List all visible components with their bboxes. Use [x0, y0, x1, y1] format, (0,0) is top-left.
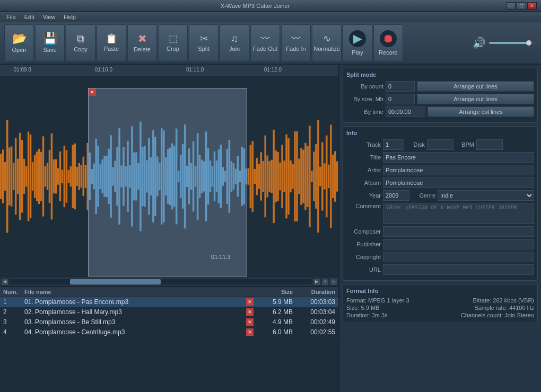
- record-button[interactable]: ⏺ Record: [373, 24, 403, 61]
- bpm-input[interactable]: [476, 139, 503, 150]
- crop-button[interactable]: ⬚ Crop: [158, 24, 188, 61]
- fade-out-button[interactable]: 〰 Fade Out: [250, 24, 280, 61]
- title-input[interactable]: [383, 152, 534, 163]
- menu-file[interactable]: File: [2, 13, 20, 21]
- split-by-time-input[interactable]: [386, 106, 425, 117]
- close-selection-button[interactable]: ✕: [89, 88, 96, 96]
- minimize-button[interactable]: —: [506, 2, 516, 10]
- join-button[interactable]: ♫ Join: [220, 24, 249, 61]
- file-row-2[interactable]: 2 02. Pomplamoose - Hail Mary.mp3 ✕ 6.2 …: [0, 307, 338, 317]
- duration-info: Duration: 3m 3s: [346, 312, 388, 318]
- normalize-button[interactable]: ∿ Normalize: [312, 24, 342, 61]
- file-row-3[interactable]: 3 03. Pomplamoose - Be Still.mp3 ✕ 4.9 M…: [0, 317, 338, 327]
- publisher-input[interactable]: [383, 239, 534, 250]
- arrange-cut-count-button[interactable]: Arrange cut lines: [417, 81, 534, 92]
- artist-row: Artist: [346, 165, 534, 175]
- album-label: Album: [346, 180, 381, 186]
- delete-file-4[interactable]: ✕: [246, 328, 254, 336]
- delete-button[interactable]: ✖ Delete: [127, 24, 157, 61]
- track-label: Track: [346, 141, 381, 148]
- file-name-4: 04. Pomplamoose - Centrifuge.mp3: [21, 328, 246, 336]
- info-title: Info: [346, 130, 534, 136]
- copyright-input[interactable]: [383, 252, 534, 262]
- svg-rect-120: [254, 169, 256, 184]
- scroll-right-button[interactable]: ▶: [313, 278, 320, 286]
- split-mode-section: Split mode By count Arrange cut lines By…: [343, 68, 538, 123]
- scrollbar-area: ◀ ▶ + −: [0, 277, 338, 286]
- menu-view[interactable]: View: [39, 13, 60, 21]
- svg-rect-39: [83, 157, 84, 197]
- svg-rect-2: [4, 162, 6, 191]
- svg-rect-1: [2, 149, 4, 203]
- fade-out-label: Fade Out: [253, 46, 277, 52]
- album-input[interactable]: [383, 177, 534, 188]
- disk-input[interactable]: [427, 139, 453, 150]
- delete-file-3[interactable]: ✕: [246, 318, 254, 326]
- arrange-cut-size-button[interactable]: Arrange cut lines: [417, 94, 534, 104]
- svg-rect-146: [309, 126, 310, 227]
- split-by-count-row: By count Arrange cut lines: [346, 81, 534, 92]
- year-input[interactable]: [383, 190, 409, 201]
- svg-rect-35: [74, 144, 76, 209]
- file-num-1: 1: [0, 298, 21, 306]
- copy-icon: ⧉: [77, 33, 84, 44]
- artist-input[interactable]: [383, 165, 534, 175]
- delete-file-2[interactable]: ✕: [246, 308, 254, 316]
- waveform-container[interactable]: 01:09.0 01:10.0 01:11.0 01:12.0 // Will …: [0, 65, 338, 277]
- paste-button[interactable]: 📋 Paste: [97, 24, 126, 61]
- file-del-3[interactable]: ✕: [246, 318, 259, 326]
- publisher-row: Publisher: [346, 239, 534, 250]
- toolbar: 📂 Open 💾 Save ⧉ Copy 📋 Paste ✖ Delete ⬚ …: [0, 22, 541, 65]
- split-by-count-input[interactable]: [386, 81, 415, 92]
- split-by-size-input[interactable]: [386, 94, 415, 104]
- copy-button[interactable]: ⧉ Copy: [66, 24, 95, 61]
- genre-select[interactable]: Indie Pop Rock Jazz: [438, 190, 534, 201]
- track-input[interactable]: [383, 139, 404, 150]
- file-row-1[interactable]: 1 01. Pomplamoose - Pas Encore.mp3 ✕ 5.9…: [0, 297, 338, 307]
- svg-rect-134: [283, 161, 285, 192]
- svg-rect-132: [279, 163, 281, 191]
- open-button[interactable]: 📂 Open: [4, 24, 34, 61]
- play-button[interactable]: ▶ Play: [343, 24, 372, 61]
- svg-rect-123: [260, 152, 261, 200]
- close-button[interactable]: ✕: [527, 2, 537, 10]
- file-del-2[interactable]: ✕: [246, 308, 259, 316]
- split-by-time-row: By time Arrange cut lines: [346, 106, 534, 117]
- svg-rect-33: [70, 166, 72, 186]
- menu-help[interactable]: Help: [59, 13, 80, 21]
- file-del-1[interactable]: ✕: [246, 298, 259, 306]
- svg-rect-15: [32, 162, 33, 191]
- svg-rect-12: [25, 166, 27, 187]
- title-row: Title: [346, 152, 534, 163]
- svg-rect-138: [292, 164, 293, 189]
- file-row-4[interactable]: 4 04. Pomplamoose - Centrifuge.mp3 ✕ 6.0…: [0, 327, 338, 337]
- composer-input[interactable]: [383, 226, 534, 237]
- svg-rect-126: [266, 155, 268, 197]
- fade-in-label: Fade In: [286, 46, 306, 52]
- time-marker-4: 01:12.0: [264, 67, 282, 73]
- split-icon: ✂: [200, 34, 208, 43]
- url-row: URL: [346, 264, 534, 275]
- selection-overlay[interactable]: ✕ 01:11.3: [88, 88, 247, 277]
- volume-slider[interactable]: [489, 42, 537, 44]
- title-bar-controls: — □ ✕: [506, 2, 537, 10]
- save-button[interactable]: 💾 Save: [35, 24, 65, 61]
- horizontal-scrollbar[interactable]: [10, 279, 312, 284]
- fade-in-button[interactable]: 〰 Fade In: [281, 24, 311, 61]
- format-info-section: Format Info Format: MPEG 1 layer 3 Bitra…: [343, 284, 538, 323]
- menu-edit[interactable]: Edit: [20, 13, 39, 21]
- split-button[interactable]: ✂ Split: [189, 24, 219, 61]
- svg-rect-124: [262, 161, 264, 192]
- delete-file-1[interactable]: ✕: [246, 298, 254, 306]
- url-input[interactable]: [383, 264, 534, 275]
- arrange-cut-time-button[interactable]: Arrange cut lines: [427, 106, 534, 117]
- scroll-left-button[interactable]: ◀: [1, 278, 8, 286]
- file-del-4[interactable]: ✕: [246, 328, 259, 336]
- svg-rect-135: [285, 135, 287, 219]
- svg-rect-142: [300, 148, 302, 205]
- zoom-in-button[interactable]: +: [321, 278, 329, 286]
- maximize-button[interactable]: □: [517, 2, 526, 10]
- svg-rect-23: [49, 150, 50, 203]
- comment-textarea[interactable]: [383, 203, 534, 224]
- zoom-out-button[interactable]: −: [330, 278, 337, 286]
